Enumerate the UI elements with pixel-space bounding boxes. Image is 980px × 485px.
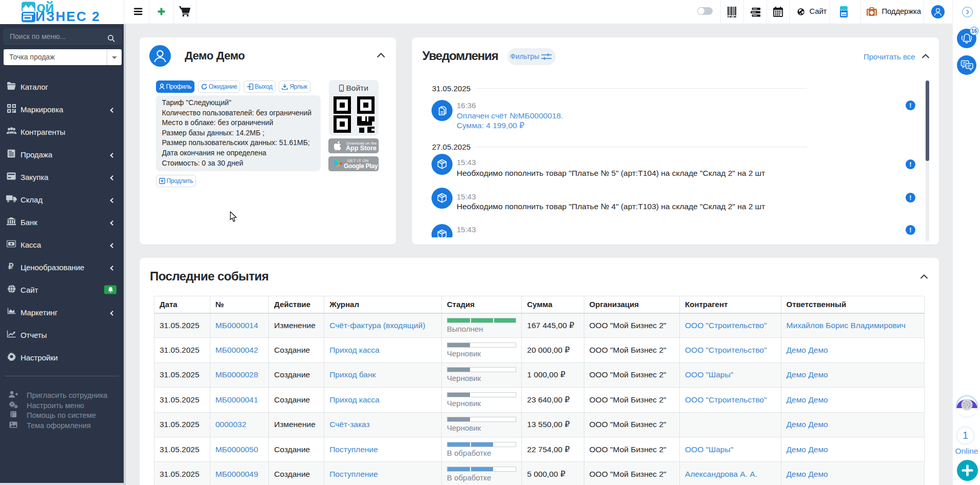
svg-text:₽: ₽ [8,262,13,271]
svg-text:ИЗНЕС 2: ИЗНЕС 2 [35,9,101,24]
